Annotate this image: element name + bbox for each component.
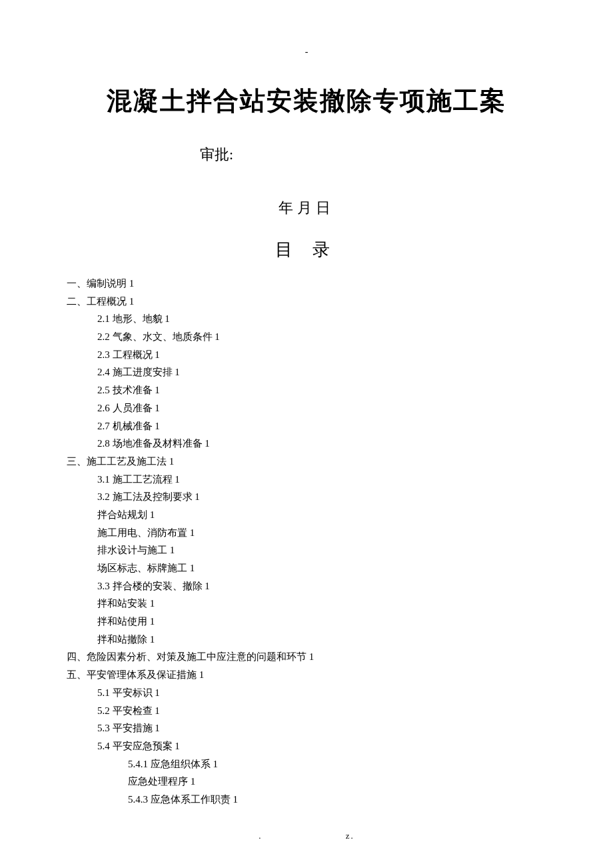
toc-entry: 2.8 场地准备及材料准备 1 — [67, 435, 546, 453]
document-page: - 混凝土拌合站安装撤除专项施工案 审批: 年月日 目 录 一、编制说明 1二、… — [0, 0, 613, 835]
toc-entry: 5.4.3 应急体系工作职责 1 — [67, 791, 546, 809]
toc-entry: 5.3 平安措施 1 — [67, 719, 546, 737]
toc-entry: 三、施工工艺及施工法 1 — [67, 453, 546, 471]
toc-entry: 5.4 平安应急预案 1 — [67, 737, 546, 755]
toc-entry: 2.1 地形、地貌 1 — [67, 310, 546, 328]
toc-entry: 施工用电、消防布置 1 — [67, 524, 546, 542]
toc-entry: 2.3 工程概况 1 — [67, 346, 546, 364]
toc-entry: 拌和站使用 1 — [67, 613, 546, 631]
toc-heading: 目 录 — [67, 238, 546, 261]
toc-entry: 3.1 施工工艺流程 1 — [67, 471, 546, 489]
toc-entry: 3.3 拌合楼的安装、撤除 1 — [67, 577, 546, 595]
toc-entry: 5.4.1 应急组织体系 1 — [67, 755, 546, 773]
toc-entry: 2.6 人员准备 1 — [67, 399, 546, 417]
toc-entry: 5.2 平安检查 1 — [67, 702, 546, 720]
toc-entry: 2.4 施工进度安排 1 — [67, 363, 546, 381]
toc-entry: 2.2 气象、水文、地质条件 1 — [67, 328, 546, 346]
toc-entry: 应急处理程序 1 — [67, 773, 546, 791]
toc-entry: 场区标志、标牌施工 1 — [67, 559, 546, 577]
footer-left: . — [259, 831, 262, 841]
toc-entry: 排水设计与施工 1 — [67, 541, 546, 559]
toc-entry: 5.1 平安标识 1 — [67, 684, 546, 702]
toc-entry: 拌合站规划 1 — [67, 506, 546, 524]
toc-entry: 二、工程概况 1 — [67, 293, 546, 311]
toc-entry: 拌和站撤除 1 — [67, 631, 546, 649]
page-footer: . z. — [0, 831, 613, 841]
date-label: 年月日 — [67, 198, 546, 218]
toc-entry: 五、平安管理体系及保证措施 1 — [67, 666, 546, 684]
top-marker: - — [67, 47, 546, 57]
toc-entry: 四、危险因素分析、对策及施工中应注意的问题和环节 1 — [67, 648, 546, 666]
approval-label: 审批: — [67, 145, 546, 165]
footer-right: z. — [346, 831, 354, 841]
table-of-contents: 一、编制说明 1二、工程概况 12.1 地形、地貌 12.2 气象、水文、地质条… — [67, 275, 546, 809]
toc-entry: 拌和站安装 1 — [67, 595, 546, 613]
toc-entry: 一、编制说明 1 — [67, 275, 546, 293]
toc-entry: 3.2 施工法及控制要求 1 — [67, 488, 546, 506]
toc-entry: 2.5 技术准备 1 — [67, 381, 546, 399]
toc-entry: 2.7 机械准备 1 — [67, 417, 546, 435]
document-title: 混凝土拌合站安装撤除专项施工案 — [67, 84, 546, 118]
